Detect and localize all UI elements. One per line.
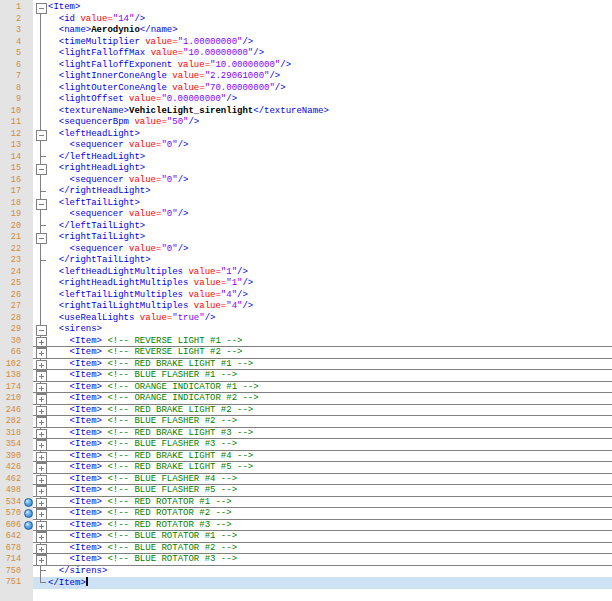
- bookmark-margin[interactable]: [24, 198, 33, 210]
- bookmark-margin[interactable]: [24, 324, 33, 336]
- fold-margin[interactable]: [33, 566, 48, 578]
- line-number[interactable]: 24: [0, 267, 24, 279]
- code-text[interactable]: <Item> <!-- REVERSE LIGHT #1 -->: [48, 336, 612, 348]
- bookmark-margin[interactable]: [24, 382, 33, 394]
- code-text[interactable]: </rightTailLight>: [48, 255, 612, 267]
- fold-margin[interactable]: [33, 520, 48, 532]
- fold-margin[interactable]: [33, 428, 48, 440]
- line-number[interactable]: 750: [0, 566, 24, 578]
- line-number[interactable]: 6: [0, 60, 24, 72]
- code-text[interactable]: </sirens>: [48, 566, 612, 578]
- bookmark-margin[interactable]: [24, 347, 33, 359]
- line-number[interactable]: 246: [0, 405, 24, 417]
- line-number[interactable]: 17: [0, 186, 24, 198]
- fold-margin[interactable]: [33, 232, 48, 244]
- bookmark-margin[interactable]: [24, 244, 33, 256]
- code-text[interactable]: <Item> <!-- BLUE FLASHER #5 -->: [48, 485, 612, 497]
- bookmark-margin[interactable]: [24, 106, 33, 118]
- fold-margin[interactable]: [33, 117, 48, 129]
- bookmark-margin[interactable]: [24, 71, 33, 83]
- code-text[interactable]: <leftTailLight>: [48, 198, 612, 210]
- line-number[interactable]: 14: [0, 152, 24, 164]
- code-text[interactable]: <Item> <!-- RED ROTATOR #2 -->: [48, 508, 612, 520]
- code-text[interactable]: <sequencer value="0"/>: [48, 209, 612, 221]
- line-number[interactable]: 354: [0, 439, 24, 451]
- bookmark-margin[interactable]: [24, 14, 33, 26]
- code-text[interactable]: <lightOffset value="0.00000000"/>: [48, 94, 612, 106]
- line-number[interactable]: 606: [0, 520, 24, 532]
- fold-margin[interactable]: [33, 209, 48, 221]
- code-text[interactable]: <sequencer value="0"/>: [48, 140, 612, 152]
- code-text[interactable]: <Item> <!-- RED BRAKE LIGHT #1 -->: [48, 359, 612, 371]
- line-number[interactable]: 2: [0, 14, 24, 26]
- fold-margin[interactable]: [33, 359, 48, 371]
- line-number[interactable]: 3: [0, 25, 24, 37]
- line-number[interactable]: 22: [0, 244, 24, 256]
- code-text[interactable]: <sequencer value="0"/>: [48, 175, 612, 187]
- fold-margin[interactable]: [33, 244, 48, 256]
- code-text[interactable]: <Item> <!-- BLUE ROTATOR #1 -->: [48, 531, 612, 543]
- code-text[interactable]: <sequencerBpm value="50"/>: [48, 117, 612, 129]
- fold-margin[interactable]: [33, 25, 48, 37]
- line-number[interactable]: 25: [0, 278, 24, 290]
- code-text[interactable]: <Item> <!-- RED ROTATOR #1 -->: [48, 497, 612, 509]
- line-number[interactable]: 27: [0, 301, 24, 313]
- code-text[interactable]: <Item>: [48, 2, 612, 14]
- bookmark-margin[interactable]: [24, 359, 33, 371]
- code-text[interactable]: <id value="14"/>: [48, 14, 612, 26]
- line-number[interactable]: 4: [0, 37, 24, 49]
- bookmark-margin[interactable]: [24, 221, 33, 233]
- bookmark-margin[interactable]: [24, 83, 33, 95]
- fold-margin[interactable]: [33, 336, 48, 348]
- code-text[interactable]: <lightFalloffExponent value="10.00000000…: [48, 60, 612, 72]
- fold-margin[interactable]: [33, 313, 48, 325]
- bookmark-margin[interactable]: [24, 186, 33, 198]
- bookmark-margin[interactable]: [24, 508, 33, 520]
- fold-margin[interactable]: [33, 83, 48, 95]
- bookmark-margin[interactable]: [24, 267, 33, 279]
- fold-margin[interactable]: [33, 152, 48, 164]
- fold-margin[interactable]: [33, 48, 48, 60]
- line-number[interactable]: 29: [0, 324, 24, 336]
- fold-margin[interactable]: [33, 267, 48, 279]
- fold-margin[interactable]: [33, 451, 48, 463]
- bookmark-margin[interactable]: [24, 531, 33, 543]
- line-number[interactable]: 19: [0, 209, 24, 221]
- line-number[interactable]: 18: [0, 198, 24, 210]
- fold-margin[interactable]: [33, 140, 48, 152]
- bookmark-margin[interactable]: [24, 60, 33, 72]
- line-number[interactable]: 426: [0, 462, 24, 474]
- bookmark-margin[interactable]: [24, 405, 33, 417]
- code-text[interactable]: <Item> <!-- RED BRAKE LIGHT #2 -->: [48, 405, 612, 417]
- fold-margin[interactable]: [33, 439, 48, 451]
- fold-margin[interactable]: [33, 14, 48, 26]
- fold-margin[interactable]: [33, 508, 48, 520]
- fold-margin[interactable]: [33, 278, 48, 290]
- line-number[interactable]: 751: [0, 577, 24, 589]
- code-text[interactable]: <lightInnerConeAngle value="2.29061000"/…: [48, 71, 612, 83]
- fold-margin[interactable]: [33, 393, 48, 405]
- fold-margin[interactable]: [33, 37, 48, 49]
- fold-margin[interactable]: [33, 324, 48, 336]
- fold-margin[interactable]: [33, 497, 48, 509]
- bookmark-margin[interactable]: [24, 2, 33, 14]
- code-text[interactable]: <sequencer value="0"/>: [48, 244, 612, 256]
- bookmark-margin[interactable]: [24, 520, 33, 532]
- fold-margin[interactable]: [33, 382, 48, 394]
- fold-margin[interactable]: [33, 543, 48, 555]
- bookmark-margin[interactable]: [24, 416, 33, 428]
- line-number[interactable]: 8: [0, 83, 24, 95]
- code-text[interactable]: <Item> <!-- ORANGE INDICATOR #2 -->: [48, 393, 612, 405]
- fold-margin[interactable]: [33, 106, 48, 118]
- bookmark-margin[interactable]: [24, 129, 33, 141]
- bookmark-margin[interactable]: [24, 370, 33, 382]
- line-number[interactable]: 210: [0, 393, 24, 405]
- fold-margin[interactable]: [33, 462, 48, 474]
- code-text[interactable]: <lightFalloffMax value="10.00000000"/>: [48, 48, 612, 60]
- bookmark-margin[interactable]: [24, 140, 33, 152]
- bookmark-margin[interactable]: [24, 301, 33, 313]
- fold-margin[interactable]: [33, 577, 48, 589]
- bookmark-margin[interactable]: [24, 48, 33, 60]
- line-number[interactable]: 10: [0, 106, 24, 118]
- line-number[interactable]: 15: [0, 163, 24, 175]
